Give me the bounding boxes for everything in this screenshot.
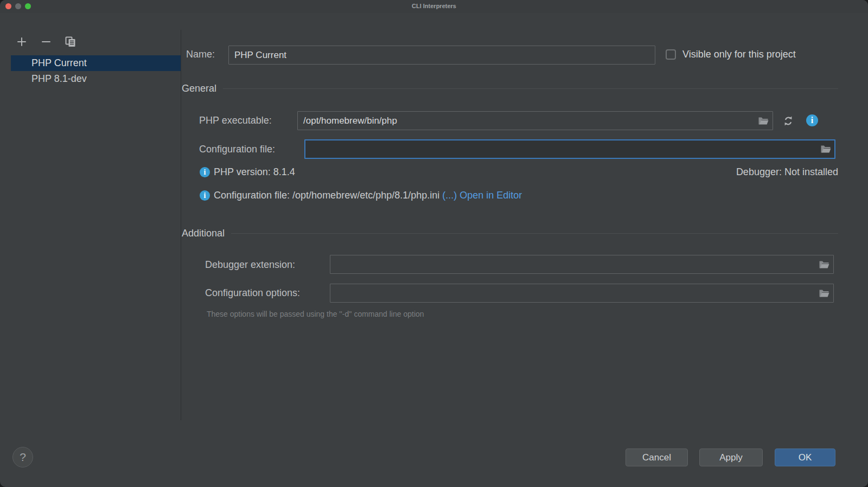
php-info-icon[interactable]: i xyxy=(806,114,818,126)
php-executable-label: PHP executable: xyxy=(199,115,272,126)
reload-php-info-button[interactable] xyxy=(782,114,795,127)
general-section-title: General xyxy=(182,83,216,94)
open-in-editor-link[interactable]: Open in Editor xyxy=(459,190,522,201)
configuration-options-hint: These options will be passed using the '… xyxy=(207,310,424,318)
visible-only-checkbox-label: Visible only for this project xyxy=(682,49,796,60)
debugger-extension-label: Debugger extension: xyxy=(205,259,295,271)
additional-section-header: Additional xyxy=(182,228,838,239)
general-section-header: General xyxy=(182,83,838,94)
sidebar-divider xyxy=(181,30,181,420)
configuration-file-field-wrap xyxy=(304,139,835,159)
debugger-extension-field-wrap xyxy=(330,255,834,274)
titlebar: CLI Interpreters xyxy=(0,0,868,13)
configuration-options-label: Configuration options: xyxy=(205,287,300,299)
duplicate-interpreter-button[interactable] xyxy=(65,36,76,47)
folder-open-icon xyxy=(819,260,829,269)
browse-debugger-extension-button[interactable] xyxy=(819,260,829,269)
configuration-options-input[interactable] xyxy=(330,284,834,303)
interpreter-item-php-current[interactable]: PHP Current xyxy=(11,55,181,71)
debugger-extension-input[interactable] xyxy=(330,255,834,274)
php-executable-field-wrap xyxy=(297,111,773,130)
cancel-button[interactable]: Cancel xyxy=(626,448,688,466)
visible-only-checkbox[interactable] xyxy=(666,49,676,60)
configuration-file-input[interactable] xyxy=(304,139,835,159)
ok-button-label: OK xyxy=(799,452,812,463)
name-input[interactable] xyxy=(228,46,655,65)
config-file-expand-link[interactable]: (...) xyxy=(442,190,457,201)
configuration-file-label: Configuration file: xyxy=(199,144,275,155)
browse-php-executable-button[interactable] xyxy=(758,117,769,125)
configuration-options-field-wrap xyxy=(330,284,834,303)
question-mark-icon: ? xyxy=(20,451,26,464)
refresh-icon xyxy=(782,115,794,127)
php-executable-input[interactable] xyxy=(297,111,773,130)
debugger-status-text: Debugger: Not installed xyxy=(736,166,838,178)
apply-button-label: Apply xyxy=(719,452,743,463)
add-interpreter-button[interactable] xyxy=(16,36,27,47)
name-label: Name: xyxy=(186,49,215,60)
interpreter-item-label: PHP Current xyxy=(31,57,87,68)
interpreter-list-toolbar xyxy=(16,36,76,47)
config-file-info-icon: i xyxy=(200,190,210,201)
folder-open-icon xyxy=(758,117,769,125)
section-rule xyxy=(231,233,838,234)
cancel-button-label: Cancel xyxy=(642,452,671,463)
help-button[interactable]: ? xyxy=(12,447,33,467)
browse-configuration-options-button[interactable] xyxy=(819,289,829,298)
additional-section-title: Additional xyxy=(182,228,225,239)
section-rule xyxy=(223,88,838,89)
config-file-info-line: Configuration file: /opt/homebrew/etc/ph… xyxy=(214,190,522,201)
folder-open-icon xyxy=(820,145,831,153)
apply-button[interactable]: Apply xyxy=(699,448,763,466)
interpreter-list: PHP Current PHP 8.1-dev xyxy=(11,55,181,87)
php-version-info-icon: i xyxy=(200,167,210,177)
browse-configuration-file-button[interactable] xyxy=(820,145,831,153)
plus-icon xyxy=(17,37,27,47)
folder-open-icon xyxy=(819,289,829,298)
config-file-info-text: Configuration file: /opt/homebrew/etc/ph… xyxy=(214,190,439,201)
copy-icon xyxy=(65,36,76,47)
remove-interpreter-button[interactable] xyxy=(41,36,52,47)
php-version-text: PHP version: 8.1.4 xyxy=(214,166,295,178)
minus-icon xyxy=(41,37,51,47)
interpreter-item-label: PHP 8.1-dev xyxy=(31,73,87,84)
cli-interpreters-dialog: CLI Interpreters PHP Current xyxy=(0,0,868,487)
window-title: CLI Interpreters xyxy=(0,0,868,13)
ok-button[interactable]: OK xyxy=(775,448,835,466)
interpreter-item-php-81-dev[interactable]: PHP 8.1-dev xyxy=(11,71,181,87)
